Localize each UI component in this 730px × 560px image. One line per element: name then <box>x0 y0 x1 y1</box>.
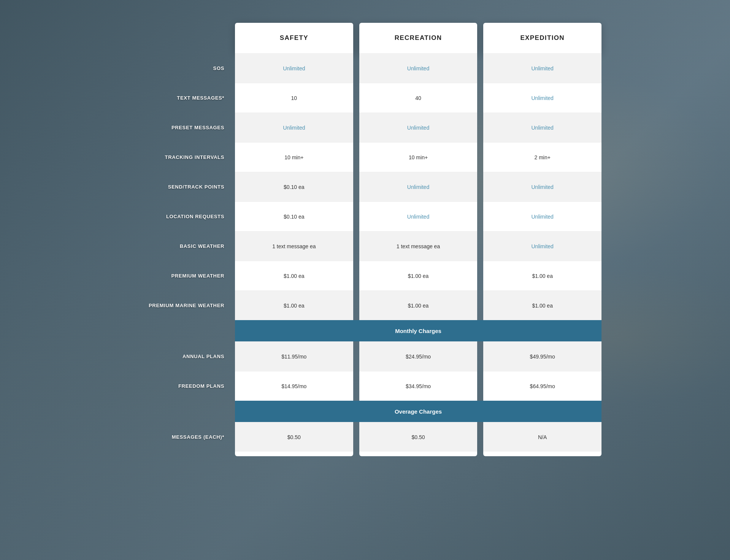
label-basic-weather: BASIC WEATHER <box>125 231 232 261</box>
cell-text-messages-recreation: 40 <box>359 83 478 113</box>
cell-premium-marine-weather-recreation: $1.00 ea <box>359 290 478 320</box>
label-location-requests: LOCATION REQUESTS <box>125 201 232 231</box>
cell-annual-plans-expedition: $49.95/mo <box>483 341 601 371</box>
label-send-track-points: SEND/TRACK POINTS <box>125 172 232 201</box>
row-location-requests: LOCATION REQUESTS$0.10 eaUnlimitedUnlimi… <box>125 201 605 231</box>
cell-preset-messages-recreation: Unlimited <box>359 113 478 142</box>
cell-annual-plans-recreation: $24.95/mo <box>359 341 478 371</box>
overage-charges-label-spacer <box>125 401 232 422</box>
row-tracking-intervals: TRACKING INTERVALS10 min+10 min+2 min+ <box>125 142 605 172</box>
cell-sos-recreation: Unlimited <box>359 53 478 83</box>
row-freedom-plans: FREEDOM PLANS$14.95/mo$34.95/mo$64.95/mo <box>125 371 605 401</box>
header-label-spacer <box>125 23 232 53</box>
cell-tracking-intervals-recreation: 10 min+ <box>359 142 478 172</box>
monthly-charges-label-spacer <box>125 320 232 341</box>
cell-messages-each-safety: $0.50 <box>235 422 353 452</box>
cell-send-track-points-recreation: Unlimited <box>359 172 478 201</box>
safety-header: SAFETY <box>235 23 353 53</box>
row-messages-each: MESSAGES (EACH)*$0.50$0.50N/A <box>125 422 605 452</box>
overage-charges-header: Overage Charges <box>235 401 601 422</box>
row-sos: SOSUnlimitedUnlimitedUnlimited <box>125 53 605 83</box>
label-premium-weather: PREMIUM WEATHER <box>125 261 232 290</box>
overage-charges-header-row: Overage Charges <box>125 401 605 422</box>
feature-rows: SOSUnlimitedUnlimitedUnlimitedTEXT MESSA… <box>125 53 605 320</box>
cell-preset-messages-safety: Unlimited <box>235 113 353 142</box>
cell-premium-weather-recreation: $1.00 ea <box>359 261 478 290</box>
cell-preset-messages-expedition: Unlimited <box>483 113 601 142</box>
cell-basic-weather-expedition: Unlimited <box>483 231 601 261</box>
cell-messages-each-recreation: $0.50 <box>359 422 478 452</box>
recreation-header: RECREATION <box>359 23 478 53</box>
cell-tracking-intervals-expedition: 2 min+ <box>483 142 601 172</box>
cell-premium-marine-weather-expedition: $1.00 ea <box>483 290 601 320</box>
cell-freedom-plans-expedition: $64.95/mo <box>483 371 601 401</box>
monthly-charges-header: Monthly Charges <box>235 320 601 341</box>
label-premium-marine-weather: PREMIUM MARINE WEATHER <box>125 290 232 320</box>
label-sos: SOS <box>125 53 232 83</box>
label-messages-each: MESSAGES (EACH)* <box>125 422 232 452</box>
label-tracking-intervals: TRACKING INTERVALS <box>125 142 232 172</box>
row-preset-messages: PRESET MESSAGESUnlimitedUnlimitedUnlimit… <box>125 113 605 142</box>
cell-location-requests-safety: $0.10 ea <box>235 201 353 231</box>
expedition-header: EXPEDITION <box>483 23 601 53</box>
comparison-table: SAFETY RECREATION EXPEDITION SOSUnlimite… <box>125 23 605 456</box>
cell-text-messages-safety: 10 <box>235 83 353 113</box>
label-text-messages: TEXT MESSAGES* <box>125 83 232 113</box>
page-container: SAFETY RECREATION EXPEDITION SOSUnlimite… <box>0 0 730 560</box>
cell-premium-weather-expedition: $1.00 ea <box>483 261 601 290</box>
row-send-track-points: SEND/TRACK POINTS$0.10 eaUnlimitedUnlimi… <box>125 172 605 201</box>
cell-basic-weather-recreation: 1 text message ea <box>359 231 478 261</box>
row-premium-marine-weather: PREMIUM MARINE WEATHER$1.00 ea$1.00 ea$1… <box>125 290 605 320</box>
cell-premium-marine-weather-safety: $1.00 ea <box>235 290 353 320</box>
row-premium-weather: PREMIUM WEATHER$1.00 ea$1.00 ea$1.00 ea <box>125 261 605 290</box>
cell-location-requests-expedition: Unlimited <box>483 201 601 231</box>
cell-sos-safety: Unlimited <box>235 53 353 83</box>
monthly-charges-header-row: Monthly Charges <box>125 320 605 341</box>
cell-send-track-points-safety: $0.10 ea <box>235 172 353 201</box>
bottom-spacer-row <box>125 452 605 456</box>
label-preset-messages: PRESET MESSAGES <box>125 113 232 142</box>
label-freedom-plans: FREEDOM PLANS <box>125 371 232 401</box>
row-text-messages: TEXT MESSAGES*1040Unlimited <box>125 83 605 113</box>
monthly-rows: ANNUAL PLANS$11.95/mo$24.95/mo$49.95/moF… <box>125 341 605 401</box>
label-annual-plans: ANNUAL PLANS <box>125 341 232 371</box>
cell-freedom-plans-recreation: $34.95/mo <box>359 371 478 401</box>
row-basic-weather: BASIC WEATHER1 text message ea1 text mes… <box>125 231 605 261</box>
header-row: SAFETY RECREATION EXPEDITION <box>125 23 605 53</box>
cell-premium-weather-safety: $1.00 ea <box>235 261 353 290</box>
cell-freedom-plans-safety: $14.95/mo <box>235 371 353 401</box>
cell-tracking-intervals-safety: 10 min+ <box>235 142 353 172</box>
cell-annual-plans-safety: $11.95/mo <box>235 341 353 371</box>
cell-basic-weather-safety: 1 text message ea <box>235 231 353 261</box>
overage-rows: MESSAGES (EACH)*$0.50$0.50N/A <box>125 422 605 452</box>
cell-sos-expedition: Unlimited <box>483 53 601 83</box>
cell-messages-each-expedition: N/A <box>483 422 601 452</box>
cell-text-messages-expedition: Unlimited <box>483 83 601 113</box>
row-annual-plans: ANNUAL PLANS$11.95/mo$24.95/mo$49.95/mo <box>125 341 605 371</box>
cell-send-track-points-expedition: Unlimited <box>483 172 601 201</box>
cell-location-requests-recreation: Unlimited <box>359 201 478 231</box>
